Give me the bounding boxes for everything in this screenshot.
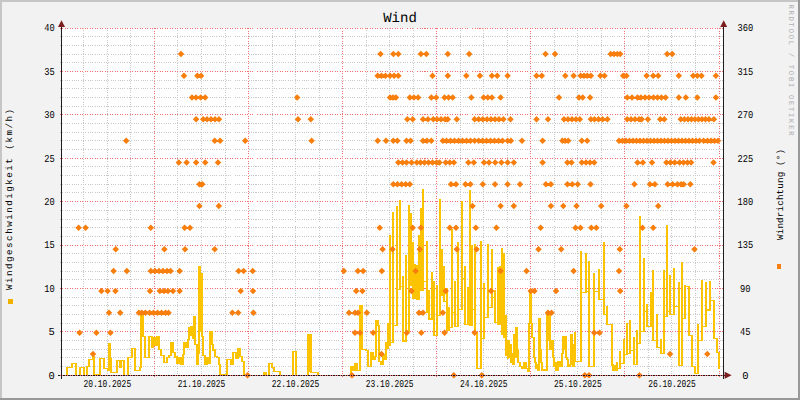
svg-text:Windrichtung (°): Windrichtung (°) <box>775 149 786 240</box>
svg-text:0: 0 <box>742 371 748 383</box>
svg-text:135: 135 <box>737 240 753 252</box>
svg-text:Windgeschwindigkeit (km/h): Windgeschwindigkeit (km/h) <box>4 109 15 290</box>
svg-text:180: 180 <box>737 197 753 209</box>
svg-text:360: 360 <box>737 23 753 35</box>
svg-text:26.10.2025: 26.10.2025 <box>648 379 696 391</box>
svg-text:10: 10 <box>44 284 55 296</box>
svg-text:225: 225 <box>737 154 753 166</box>
svg-text:21.10.2025: 21.10.2025 <box>178 379 226 391</box>
svg-text:270: 270 <box>737 110 753 122</box>
svg-text:23.10.2025: 23.10.2025 <box>366 379 414 391</box>
svg-text:90: 90 <box>740 284 751 296</box>
svg-text:5: 5 <box>48 327 54 339</box>
svg-text:0: 0 <box>48 371 54 383</box>
svg-text:Wind: Wind <box>383 11 417 27</box>
svg-text:20.10.2025: 20.10.2025 <box>84 379 132 391</box>
svg-text:RRDTOOL / TOBI OETIKER: RRDTOOL / TOBI OETIKER <box>786 5 795 137</box>
svg-text:30: 30 <box>44 110 55 122</box>
svg-text:35: 35 <box>44 67 55 79</box>
svg-text:22.10.2025: 22.10.2025 <box>272 379 320 391</box>
svg-text:25.10.2025: 25.10.2025 <box>554 379 602 391</box>
svg-text:315: 315 <box>737 67 753 79</box>
svg-text:20: 20 <box>44 197 55 209</box>
svg-text:40: 40 <box>44 23 55 35</box>
svg-text:15: 15 <box>44 240 55 252</box>
svg-text:45: 45 <box>740 327 751 339</box>
svg-text:25: 25 <box>44 154 55 166</box>
svg-text:24.10.2025: 24.10.2025 <box>460 379 508 391</box>
